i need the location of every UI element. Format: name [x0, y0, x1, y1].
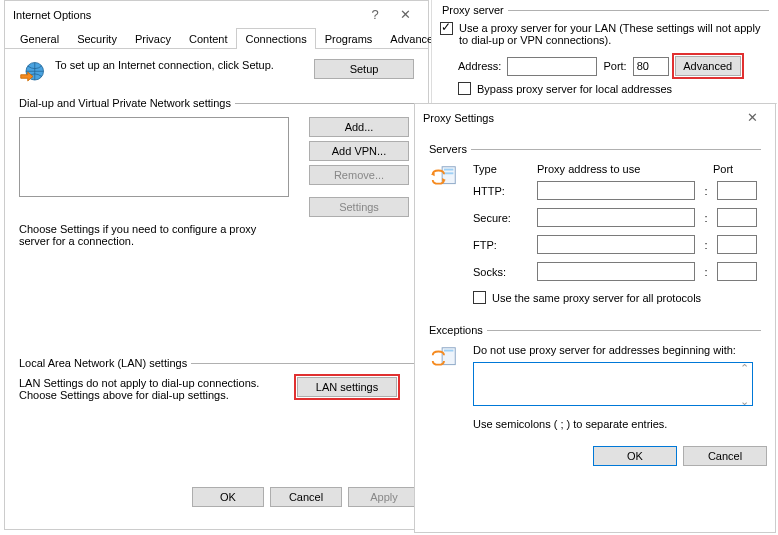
exceptions-hint: Use semicolons ( ; ) to separate entries…	[473, 418, 761, 430]
servers-legend: Servers	[429, 143, 471, 155]
proxy-settings-title: Proxy Settings	[423, 112, 494, 124]
exceptions-icon	[429, 344, 459, 374]
setup-button[interactable]: Setup	[314, 59, 414, 79]
io-ok-button[interactable]: OK	[192, 487, 264, 507]
setup-text: To set up an Internet connection, click …	[55, 59, 306, 71]
lan-note: LAN Settings do not apply to dial-up con…	[19, 377, 289, 401]
proxy-server-section: Proxy server Use a proxy server for your…	[431, 0, 777, 104]
ftp-label: FTP:	[473, 239, 529, 251]
exceptions-legend: Exceptions	[429, 324, 487, 336]
ftp-port-input[interactable]	[717, 235, 757, 254]
tab-content[interactable]: Content	[180, 28, 237, 49]
socks-port-input[interactable]	[717, 262, 757, 281]
port-label: Port:	[603, 60, 626, 72]
advanced-button[interactable]: Advanced	[675, 56, 741, 76]
server-icon	[429, 163, 459, 193]
scroll-indicator: ⌃⌄	[737, 362, 751, 408]
same-proxy-checkbox[interactable]	[473, 291, 486, 304]
internet-options-footer: OK Cancel Apply	[5, 479, 428, 515]
proxy-settings-window: Proxy Settings ✕ Servers Type Proxy addr…	[414, 103, 776, 533]
lan-group: Local Area Network (LAN) settings LAN Se…	[19, 357, 414, 401]
proxy-server-fieldset: Proxy server Use a proxy server for your…	[440, 4, 769, 95]
internet-options-titlebar: Internet Options ? ✕	[5, 1, 428, 28]
proxy-server-legend: Proxy server	[440, 4, 508, 16]
internet-options-window: Internet Options ? ✕ General Security Pr…	[4, 0, 429, 530]
secure-addr-input[interactable]	[537, 208, 695, 227]
dialup-legend: Dial-up and Virtual Private Network sett…	[19, 97, 235, 109]
proxy-close-button[interactable]: ✕	[737, 110, 767, 125]
http-port-input[interactable]	[717, 181, 757, 200]
tab-strip: General Security Privacy Content Connect…	[5, 28, 428, 49]
dialup-listbox[interactable]	[19, 117, 289, 197]
dialup-group: Dial-up and Virtual Private Network sett…	[19, 97, 414, 247]
io-cancel-button[interactable]: Cancel	[270, 487, 342, 507]
remove-button[interactable]: Remove...	[309, 165, 409, 185]
ps-ok-button[interactable]: OK	[593, 446, 677, 466]
tab-general[interactable]: General	[11, 28, 68, 49]
sep: :	[703, 266, 709, 278]
dialup-note: Choose Settings if you need to configure…	[19, 223, 279, 247]
exceptions-textarea[interactable]	[473, 362, 753, 406]
close-button[interactable]: ✕	[390, 7, 420, 22]
address-input[interactable]	[507, 57, 597, 76]
svg-rect-2	[444, 169, 453, 171]
tab-programs[interactable]: Programs	[316, 28, 382, 49]
globe-arrow-icon	[19, 59, 47, 87]
lan-settings-button[interactable]: LAN settings	[297, 377, 397, 397]
port-header: Port	[713, 163, 733, 175]
http-addr-input[interactable]	[537, 181, 695, 200]
use-proxy-checkbox[interactable]	[440, 22, 453, 35]
http-label: HTTP:	[473, 185, 529, 197]
tab-connections[interactable]: Connections	[236, 28, 315, 49]
bypass-label: Bypass proxy server for local addresses	[477, 83, 672, 95]
sep: :	[703, 185, 709, 197]
lan-legend: Local Area Network (LAN) settings	[19, 357, 191, 369]
ps-cancel-button[interactable]: Cancel	[683, 446, 767, 466]
proxy-settings-titlebar: Proxy Settings ✕	[415, 104, 775, 131]
sep: :	[703, 212, 709, 224]
svg-rect-3	[444, 172, 453, 174]
secure-port-input[interactable]	[717, 208, 757, 227]
secure-label: Secure:	[473, 212, 529, 224]
socks-label: Socks:	[473, 266, 529, 278]
servers-group: Servers Type Proxy address to use Port H…	[429, 143, 761, 304]
ftp-addr-input[interactable]	[537, 235, 695, 254]
addr-header: Proxy address to use	[537, 163, 705, 175]
help-button[interactable]: ?	[360, 7, 390, 22]
same-proxy-label: Use the same proxy server for all protoc…	[492, 292, 701, 304]
tab-security[interactable]: Security	[68, 28, 126, 49]
type-header: Type	[473, 163, 529, 175]
port-input[interactable]	[633, 57, 669, 76]
exceptions-note: Do not use proxy server for addresses be…	[473, 344, 761, 356]
io-apply-button[interactable]: Apply	[348, 487, 420, 507]
proxy-settings-footer: OK Cancel	[415, 438, 775, 474]
address-label: Address:	[458, 60, 501, 72]
add-vpn-button[interactable]: Add VPN...	[309, 141, 409, 161]
sep: :	[703, 239, 709, 251]
tab-privacy[interactable]: Privacy	[126, 28, 180, 49]
add-button[interactable]: Add...	[309, 117, 409, 137]
use-proxy-label: Use a proxy server for your LAN (These s…	[459, 22, 769, 46]
socks-addr-input[interactable]	[537, 262, 695, 281]
exceptions-group: Exceptions Do not use proxy server for a…	[429, 324, 761, 430]
dialup-settings-button[interactable]: Settings	[309, 197, 409, 217]
svg-rect-7	[444, 350, 453, 352]
bypass-checkbox[interactable]	[458, 82, 471, 95]
internet-options-title: Internet Options	[13, 9, 91, 21]
